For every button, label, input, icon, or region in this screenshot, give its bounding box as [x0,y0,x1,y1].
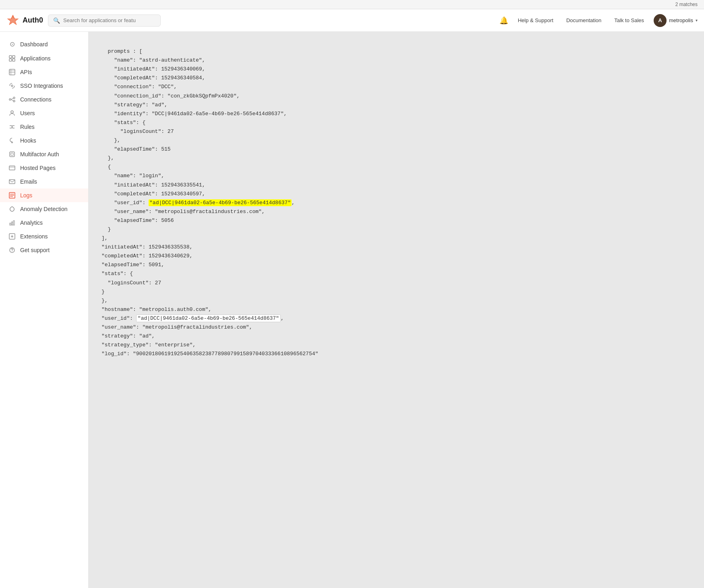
sidebar-item-analytics[interactable]: Analytics [0,216,88,230]
code-line: "identity": "DCC|9461da02-6a5e-4b69-be26… [101,111,287,117]
code-line: } [101,289,105,295]
notification-bell-icon[interactable]: 🔔 [499,16,508,25]
svg-rect-5 [12,59,15,61]
code-line: "stats": { [101,120,145,126]
sidebar-item-dashboard[interactable]: ⊙ Dashboard [0,37,88,52]
mfa-icon [8,151,16,157]
sidebar-item-emails[interactable]: Emails [0,175,88,188]
code-line: "hostname": "metropolis.auth0.com", [101,306,211,313]
dashboard-icon: ⊙ [8,40,16,48]
sidebar-item-extensions[interactable]: Extensions [0,230,88,243]
sidebar-label-hosted-pages: Hosted Pages [20,165,56,171]
svg-rect-3 [12,56,15,58]
logo-text: Auth0 [23,16,43,25]
code-line: ], [101,235,108,241]
code-line: "stats": { [101,271,133,277]
sidebar-item-apis[interactable]: APIs [0,65,88,79]
search-icon: 🔍 [53,17,60,24]
svg-point-11 [9,99,11,100]
anomaly-icon [8,206,16,212]
highlighted-user-id-2: "ad|DCC|9461da02-6a5e-4b69-be26-565e414d… [136,315,281,322]
sidebar-item-logs[interactable]: Logs [0,188,88,202]
topbar-left: Auth0 🔍 [6,14,161,27]
sidebar-item-applications[interactable]: Applications [0,52,88,65]
sidebar-label-users: Users [20,110,35,116]
sidebar-item-sso[interactable]: SSO Integrations [0,79,88,93]
code-line: "elapsedTime": 5091, [101,262,164,268]
main-content: prompts : [ "name": "astrd-authenticate"… [89,32,704,588]
svg-rect-19 [9,166,15,170]
code-line: "name": "astrd-authenticate", [101,57,205,63]
code-line: "completedAt": 1529436340597, [101,191,205,197]
svg-rect-26 [10,223,11,225]
svg-rect-4 [9,59,12,61]
highlighted-user-id-1: "ad|DCC|9461da02-6a5e-4b69-be26-565e414d… [149,199,292,206]
help-support-button[interactable]: Help & Support [515,16,557,25]
code-display: prompts : [ "name": "astrd-authenticate"… [89,32,704,374]
auth0-logo-icon [6,14,19,27]
sidebar-label-logs: Logs [20,192,32,199]
sidebar-item-hooks[interactable]: Hooks [0,134,88,147]
svg-rect-6 [9,69,15,75]
chevron-down-icon: ▾ [696,18,698,23]
documentation-button[interactable]: Documentation [563,16,605,25]
sidebar-item-hosted-pages[interactable]: Hosted Pages [0,161,88,175]
emails-icon [8,178,16,185]
sidebar-item-mfa[interactable]: Multifactor Auth [0,147,88,161]
sidebar-item-connections[interactable]: Connections [0,93,88,106]
svg-line-15 [11,99,13,101]
code-line: "strategy": "ad", [101,102,168,108]
applications-icon [8,55,16,62]
svg-point-12 [13,97,15,99]
sidebar-label-anomaly: Anomaly Detection [20,206,68,212]
code-line: "completedAt": 1529436340629, [101,253,193,259]
svg-point-10 [11,85,13,87]
sidebar-label-applications: Applications [20,55,51,62]
sidebar-label-support: Get support [20,247,50,253]
code-line: "user_id": "ad|DCC|9461da02-6a5e-4b69-be… [101,199,295,206]
code-line: "completedAt": 1529436340584, [101,75,205,81]
sidebar-label-connections: Connections [20,96,52,103]
sidebar-label-rules: Rules [20,124,35,130]
matches-bar: 2 matches [0,0,704,9]
sso-icon [8,83,16,89]
code-line: "connection_id": "con_zkGbkSQpfmPx4020", [101,93,240,99]
code-line: }, [101,155,114,161]
extensions-icon [8,233,16,240]
user-name: metropolis [669,17,693,23]
matches-count: 2 matches [675,2,698,7]
sidebar-label-hooks: Hooks [20,137,36,144]
svg-rect-17 [10,152,14,157]
logo[interactable]: Auth0 [6,14,43,27]
sidebar-item-anomaly[interactable]: Anomaly Detection [0,202,88,216]
code-line: } [101,226,111,232]
support-icon [8,247,16,253]
code-line: prompts : [ [101,48,142,54]
sidebar-label-analytics: Analytics [20,219,43,226]
sidebar-item-users[interactable]: Users [0,106,88,120]
code-line: { [101,164,111,170]
sidebar-item-support[interactable]: Get support [0,243,88,257]
sidebar-label-apis: APIs [20,69,32,75]
hosted-pages-icon [8,165,16,171]
code-line: "user_name": "metropolis@fractalindustri… [101,324,252,330]
code-line: "loginsCount": 27 [101,280,161,286]
svg-rect-28 [13,221,14,225]
code-line: "name": "login", [101,173,164,179]
code-line: "user_id": "ad|DCC|9461da02-6a5e-4b69-be… [101,315,284,322]
code-line: "elapsedTime": 515 [101,146,171,152]
search-bar[interactable]: 🔍 [48,14,161,27]
talk-to-sales-button[interactable]: Talk to Sales [611,16,647,25]
user-menu[interactable]: A metropolis ▾ [654,14,698,27]
code-line: "strategy_type": "enterprise", [101,342,196,348]
code-line: }, [101,298,108,304]
topbar: Auth0 🔍 🔔 Help & Support Documentation T… [0,9,704,32]
svg-point-13 [13,100,15,102]
code-line: "initiatedAt": 1529436335541, [101,182,205,188]
code-line: "user_name": "metropolis@fractalindustri… [101,209,265,215]
search-input[interactable] [63,17,155,23]
sidebar-item-rules[interactable]: Rules [0,120,88,134]
analytics-icon [8,219,16,226]
code-line: "initiatedAt": 1529436340069, [101,66,205,72]
avatar: A [654,14,667,27]
